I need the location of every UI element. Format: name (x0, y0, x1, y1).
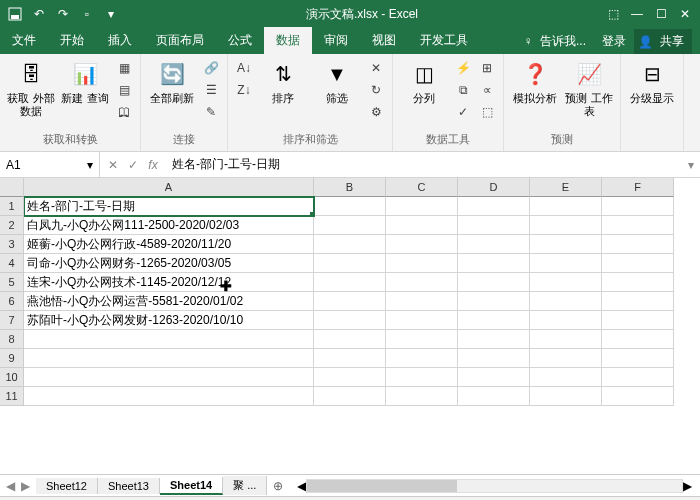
redo-icon[interactable]: ↷ (52, 3, 74, 25)
formula-bar[interactable]: 姓名-部门-工号-日期 (166, 156, 682, 173)
consolidate-icon[interactable]: ⊞ (477, 58, 497, 78)
relationships-icon[interactable]: ∝ (477, 80, 497, 100)
new-query-button[interactable]: 📊 新建 查询 (60, 58, 110, 105)
minimize-icon[interactable]: — (626, 3, 648, 25)
cell[interactable] (386, 387, 458, 406)
tab-home[interactable]: 开始 (48, 27, 96, 54)
data-model-icon[interactable]: ⬚ (477, 102, 497, 122)
cancel-icon[interactable]: ✕ (104, 158, 122, 172)
cell[interactable] (24, 368, 314, 387)
cell[interactable] (602, 292, 674, 311)
enter-icon[interactable]: ✓ (124, 158, 142, 172)
cell[interactable] (530, 349, 602, 368)
cell[interactable] (458, 349, 530, 368)
cell[interactable] (530, 197, 602, 216)
filter-button[interactable]: ▼ 筛选 (312, 58, 362, 105)
tell-me[interactable]: ♀ 告诉我... (520, 31, 594, 52)
cell[interactable] (530, 273, 602, 292)
sheet-tab[interactable]: Sheet13 (98, 478, 160, 494)
cell[interactable] (530, 330, 602, 349)
close-icon[interactable]: ✕ (674, 3, 696, 25)
ribbon-options-icon[interactable]: ⬚ (602, 3, 624, 25)
col-header[interactable]: C (386, 178, 458, 197)
undo-icon[interactable]: ↶ (28, 3, 50, 25)
cell[interactable] (386, 197, 458, 216)
advanced-icon[interactable]: ⚙ (366, 102, 386, 122)
cell[interactable] (530, 368, 602, 387)
cell[interactable] (458, 292, 530, 311)
validation-icon[interactable]: ✓ (453, 102, 473, 122)
cell[interactable] (602, 349, 674, 368)
tab-layout[interactable]: 页面布局 (144, 27, 216, 54)
row-header[interactable]: 2 (0, 216, 24, 235)
sheet-tab[interactable]: Sheet12 (36, 478, 98, 494)
cell[interactable] (602, 387, 674, 406)
cell[interactable] (458, 197, 530, 216)
get-external-data-button[interactable]: 🗄 获取 外部数据 (6, 58, 56, 118)
cell[interactable]: 白凤九-小Q办公网111-2500-2020/02/03 (24, 216, 314, 235)
cell[interactable] (386, 254, 458, 273)
row-header[interactable]: 8 (0, 330, 24, 349)
cell[interactable] (386, 368, 458, 387)
cell[interactable] (314, 368, 386, 387)
row-header[interactable]: 3 (0, 235, 24, 254)
cell[interactable] (314, 292, 386, 311)
col-header[interactable]: B (314, 178, 386, 197)
cell[interactable]: 司命-小Q办公网财务-1265-2020/03/05 (24, 254, 314, 273)
reapply-icon[interactable]: ↻ (366, 80, 386, 100)
cell[interactable] (24, 349, 314, 368)
cell[interactable] (458, 235, 530, 254)
cell[interactable] (602, 273, 674, 292)
cell[interactable] (314, 273, 386, 292)
flash-fill-icon[interactable]: ⚡ (453, 58, 473, 78)
sheet-tab-more[interactable]: 聚 ... (223, 476, 267, 495)
cell[interactable] (602, 330, 674, 349)
cell[interactable] (602, 311, 674, 330)
cell[interactable] (24, 387, 314, 406)
cell[interactable] (530, 311, 602, 330)
cell[interactable] (386, 216, 458, 235)
tab-file[interactable]: 文件 (0, 27, 48, 54)
tab-developer[interactable]: 开发工具 (408, 27, 480, 54)
cell[interactable] (602, 235, 674, 254)
horizontal-scrollbar[interactable] (306, 479, 683, 493)
col-header[interactable]: D (458, 178, 530, 197)
sheet-tab[interactable]: Sheet14 (160, 477, 223, 495)
properties-icon[interactable]: ☰ (201, 80, 221, 100)
tab-view[interactable]: 视图 (360, 27, 408, 54)
cell[interactable] (602, 197, 674, 216)
cell[interactable] (530, 254, 602, 273)
cell[interactable] (314, 254, 386, 273)
cell[interactable] (314, 311, 386, 330)
cell[interactable] (458, 216, 530, 235)
show-queries-icon[interactable]: ▦ (114, 58, 134, 78)
cell[interactable] (314, 216, 386, 235)
chevron-down-icon[interactable]: ▾ (87, 158, 93, 172)
cell[interactable]: 连宋-小Q办公网技术-1145-2020/12/12 (24, 273, 314, 292)
recent-sources-icon[interactable]: 🕮 (114, 102, 134, 122)
tab-data[interactable]: 数据 (264, 27, 312, 54)
text-to-columns-button[interactable]: ◫ 分列 (399, 58, 449, 105)
row-header[interactable]: 11 (0, 387, 24, 406)
outline-button[interactable]: ⊟ 分级显示 (627, 58, 677, 105)
cell[interactable] (602, 216, 674, 235)
new-sheet-icon[interactable]: ⊕ (267, 479, 289, 493)
row-header[interactable]: 9 (0, 349, 24, 368)
scroll-left-icon[interactable]: ◀ (297, 479, 306, 493)
row-header[interactable]: 4 (0, 254, 24, 273)
col-header[interactable]: F (602, 178, 674, 197)
cell[interactable] (458, 311, 530, 330)
cell[interactable] (530, 235, 602, 254)
expand-formula-icon[interactable]: ▾ (682, 158, 700, 172)
edit-links-icon[interactable]: ✎ (201, 102, 221, 122)
cell[interactable] (530, 387, 602, 406)
row-header[interactable]: 6 (0, 292, 24, 311)
new-icon[interactable]: ▫ (76, 3, 98, 25)
connections-icon[interactable]: 🔗 (201, 58, 221, 78)
cell[interactable] (314, 349, 386, 368)
from-table-icon[interactable]: ▤ (114, 80, 134, 100)
cell[interactable] (314, 235, 386, 254)
cell[interactable] (386, 235, 458, 254)
sort-desc-icon[interactable]: Z↓ (234, 80, 254, 100)
cell[interactable]: 苏陌叶-小Q办公网发财-1263-2020/10/10 (24, 311, 314, 330)
